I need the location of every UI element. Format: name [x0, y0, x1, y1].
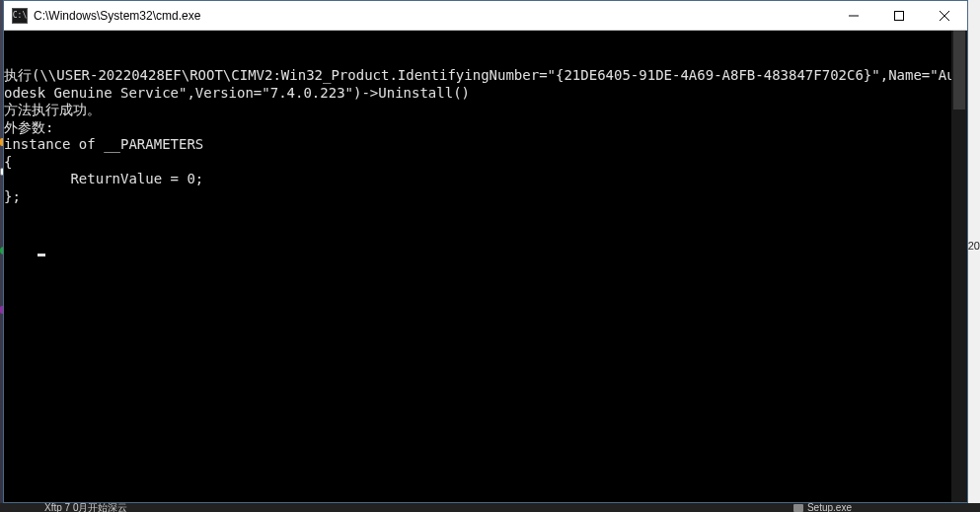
taskbar-item-left[interactable]: Xftp 7 0月开始深云 [44, 503, 127, 512]
window-title: C:\Windows\System32\cmd.exe [34, 9, 831, 23]
close-button[interactable] [922, 1, 967, 30]
terminal-area[interactable]: 执行(\\USER-20220428EF\ROOT\CIMV2:Win32_Pr… [4, 31, 967, 502]
terminal-cursor [38, 254, 45, 256]
scrollbar-thumb[interactable] [953, 31, 965, 110]
terminal-line [4, 205, 967, 223]
cmd-icon: C:\ [12, 8, 28, 24]
taskbar-right-label: Setup.exe [807, 503, 852, 512]
terminal-output: 执行(\\USER-20220428EF\ROOT\CIMV2:Win32_Pr… [4, 67, 967, 223]
terminal-line: 方法执行成功。 [4, 102, 967, 119]
background-text-fragment: 20 [968, 240, 980, 252]
cmd-window: C:\ C:\Windows\System32\cmd.exe 执行(\\USE… [3, 0, 968, 503]
terminal-line: 执行(\\USER-20220428EF\ROOT\CIMV2:Win32_Pr… [4, 67, 967, 102]
maximize-button[interactable] [876, 1, 922, 30]
taskbar-fragment[interactable]: Xftp 7 0月开始深云 Setup.exe [0, 503, 980, 512]
svg-rect-1 [895, 11, 904, 20]
window-controls [831, 1, 967, 30]
background-window-edge: 20 [967, 0, 980, 512]
terminal-line: }; [4, 188, 967, 206]
terminal-line: 外参数: [4, 119, 967, 137]
close-icon [940, 11, 949, 21]
setup-icon [793, 504, 803, 512]
cmd-icon-label: C:\ [13, 12, 27, 20]
maximize-icon [894, 11, 904, 21]
titlebar[interactable]: C:\ C:\Windows\System32\cmd.exe [4, 1, 967, 31]
terminal-scrollbar[interactable] [951, 31, 967, 502]
minimize-icon [849, 11, 859, 21]
taskbar-item-right[interactable]: Setup.exe [793, 503, 852, 512]
terminal-line: { [4, 154, 967, 172]
terminal-line: ReturnValue = 0; [4, 171, 967, 188]
minimize-button[interactable] [831, 1, 876, 30]
terminal-line: instance of __PARAMETERS [4, 136, 967, 154]
